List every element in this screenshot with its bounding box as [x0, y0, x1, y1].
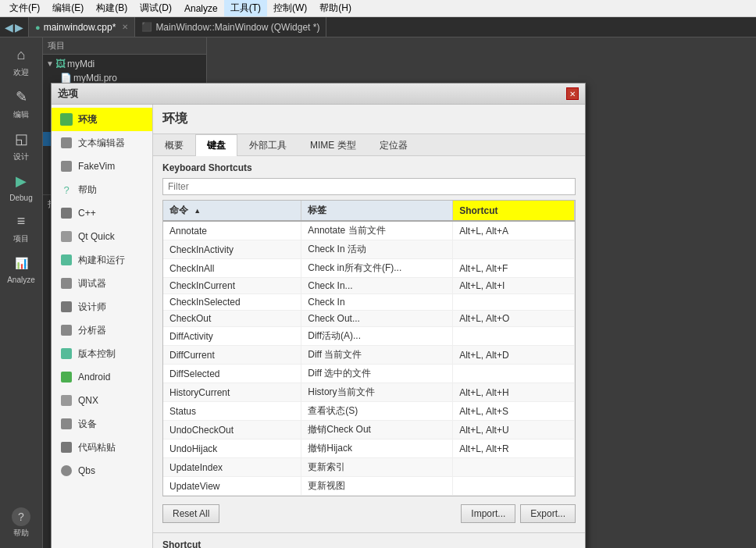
table-row[interactable]: CheckOut Check Out... Alt+L, Alt+O	[163, 311, 575, 327]
analyze-icon: 📊	[10, 252, 32, 274]
sidebar-item-edit[interactable]: ✎ 编辑	[2, 83, 41, 123]
import-button[interactable]: Import...	[461, 504, 515, 523]
dialog-nav: 环境 文本编辑器 FakeVim ? 帮助	[52, 105, 153, 548]
vcs-icon	[59, 347, 73, 361]
table-row[interactable]: DiffCurrent Diff 当前文件 Alt+L, Alt+D	[163, 346, 575, 365]
text-editor-icon	[59, 136, 73, 150]
table-row[interactable]: CheckInAll Check in所有文件(F)... Alt+L, Alt…	[163, 259, 575, 278]
nav-item-help[interactable]: ? 帮助	[52, 178, 152, 201]
col-label[interactable]: 标签	[301, 201, 453, 221]
reset-all-button[interactable]: Reset All	[162, 504, 219, 523]
table-row[interactable]: DiffActivity Diff活动(A)...	[163, 327, 575, 346]
sidebar-item-debug[interactable]: ▶ Debug	[2, 167, 41, 205]
table-row[interactable]: HistoryCurrent History当前文件 Alt+L, Alt+H	[163, 383, 575, 402]
nav-item-codepaste[interactable]: 代码粘贴	[52, 436, 152, 459]
tab-overview[interactable]: 概要	[153, 134, 195, 156]
tab-external-tools[interactable]: 外部工具	[237, 134, 298, 156]
devices-icon	[59, 417, 73, 431]
menu-item-build[interactable]: 构建(B)	[90, 0, 134, 16]
tab-mainwindow-cpp[interactable]: ● mainwindow.cpp* ✕	[29, 17, 135, 37]
label-cell: Check In	[301, 294, 453, 311]
nav-item-qtquick[interactable]: Qt Quick	[52, 225, 152, 248]
cmd-cell: DiffActivity	[163, 327, 301, 346]
shortcut-cell: Alt+L, Alt+A	[453, 221, 575, 240]
shortcut-cell	[453, 365, 575, 383]
nav-item-android[interactable]: Android	[52, 365, 152, 389]
cmd-cell: DiffSelected	[163, 365, 301, 383]
sidebar-item-analyze[interactable]: 📊 Analyze	[2, 249, 41, 287]
debugger-icon	[59, 276, 73, 290]
table-row[interactable]: UndoCheckOut 撤销Check Out Alt+L, Alt+U	[163, 421, 575, 439]
menu-item-help[interactable]: 帮助(H)	[313, 0, 358, 16]
nav-item-build-run[interactable]: 构建和运行	[52, 248, 152, 272]
sidebar-item-project[interactable]: ≡ 项目	[2, 207, 41, 247]
shortcut-cell: Alt+L, Alt+F	[453, 259, 575, 278]
nav-item-debugger[interactable]: 调试器	[52, 272, 152, 295]
sidebar-item-design[interactable]: ◱ 设计	[2, 125, 41, 165]
table-row[interactable]: UpdateIndex 更新索引	[163, 458, 575, 477]
shortcut-cell	[453, 458, 575, 477]
menu-item-control[interactable]: 控制(W)	[267, 0, 313, 16]
close-tab-icon[interactable]: ✕	[122, 23, 128, 31]
design-icon: ◱	[10, 128, 32, 150]
tab-mainwindow-class[interactable]: ⬛ MainWindow::MainWindow (QWidget *)	[135, 17, 326, 37]
tree-header: 项目	[43, 37, 206, 55]
shortcuts-table-wrap[interactable]: 命令 ▲ 标签 Shortcut Annotate Annotate	[162, 200, 576, 496]
cmd-cell: CheckInActivity	[163, 240, 301, 259]
sidebar-item-welcome[interactable]: ⌂ 欢迎	[2, 41, 41, 81]
cmd-cell: Annotate	[163, 221, 301, 240]
nav-item-qnx[interactable]: QNX	[52, 389, 152, 412]
nav-item-text-editor[interactable]: 文本编辑器	[52, 131, 152, 155]
menu-item-debug[interactable]: 调试(D)	[134, 0, 178, 16]
table-row[interactable]: Annotate Annotate 当前文件 Alt+L, Alt+A	[163, 221, 575, 240]
menu-item-tools[interactable]: 工具(T)	[224, 0, 267, 16]
tab-keyboard[interactable]: 键盘	[195, 134, 237, 156]
table-row[interactable]: UpdateView 更新视图	[163, 477, 575, 496]
cmd-cell: UndoCheckOut	[163, 421, 301, 439]
label-cell: 更新视图	[301, 477, 453, 496]
options-dialog: 选项 ✕ 环境 文本编辑器 FakeVim	[51, 83, 586, 548]
nav-item-designer[interactable]: 设计师	[52, 295, 152, 318]
designer-icon	[59, 300, 73, 314]
table-row[interactable]: DiffSelected Diff 选中的文件	[163, 365, 575, 383]
table-row[interactable]: CheckInSelected Check In	[163, 294, 575, 311]
cmd-cell: DiffCurrent	[163, 346, 301, 365]
menu-item-file[interactable]: 文件(F)	[3, 0, 46, 16]
help-icon: ?	[12, 507, 30, 526]
shortcut-cell: Alt+L, Alt+R	[453, 439, 575, 458]
menu-item-edit[interactable]: 编辑(E)	[46, 0, 90, 16]
nav-item-vcs[interactable]: 版本控制	[52, 342, 152, 365]
nav-item-analyzer[interactable]: 分析器	[52, 318, 152, 342]
tree-node-mymdi[interactable]: ▼ 🖼 myMdi	[43, 56, 206, 71]
cmd-cell: HistoryCurrent	[163, 383, 301, 402]
label-cell: 查看状态(S)	[301, 402, 453, 421]
tab-mime[interactable]: MIME 类型	[298, 134, 368, 156]
table-row[interactable]: UndoHijack 撤销Hijack Alt+L, Alt+R	[163, 439, 575, 458]
label-cell: 更新索引	[301, 458, 453, 477]
forward-icon[interactable]: ▶	[15, 21, 23, 34]
cmd-cell: UndoHijack	[163, 439, 301, 458]
table-row[interactable]: CheckInActivity Check In 活动	[163, 240, 575, 259]
nav-item-qbs[interactable]: Qbs	[52, 459, 152, 482]
nav-item-devices[interactable]: 设备	[52, 412, 152, 436]
sidebar-item-help[interactable]: ? 帮助	[2, 504, 41, 542]
label-cell: 撤销Check Out	[301, 421, 453, 439]
dialog-close-button[interactable]: ✕	[566, 87, 579, 100]
shortcuts-filter-input[interactable]	[162, 178, 576, 195]
col-command[interactable]: 命令 ▲	[163, 201, 301, 221]
nav-item-environment[interactable]: 环境	[52, 108, 152, 131]
shortcut-cell: Alt+L, Alt+S	[453, 402, 575, 421]
export-button[interactable]: Export...	[520, 504, 576, 523]
cmd-cell: CheckInSelected	[163, 294, 301, 311]
menu-item-analyze[interactable]: Analyze	[178, 2, 224, 16]
table-row[interactable]: CheckInCurrent Check In... Alt+L, Alt+I	[163, 278, 575, 294]
shortcut-cell: Alt+L, Alt+D	[453, 346, 575, 365]
dialog-overlay: 选项 ✕ 环境 文本编辑器 FakeVim	[43, 75, 756, 548]
tab-locator[interactable]: 定位器	[368, 134, 419, 156]
nav-item-cpp[interactable]: C++	[52, 201, 152, 225]
nav-item-fakevim[interactable]: FakeVim	[52, 155, 152, 178]
cmd-cell: UpdateView	[163, 477, 301, 496]
col-shortcut[interactable]: Shortcut	[453, 201, 575, 221]
table-row[interactable]: Status 查看状态(S) Alt+L, Alt+S	[163, 402, 575, 421]
back-icon[interactable]: ◀	[5, 21, 13, 34]
